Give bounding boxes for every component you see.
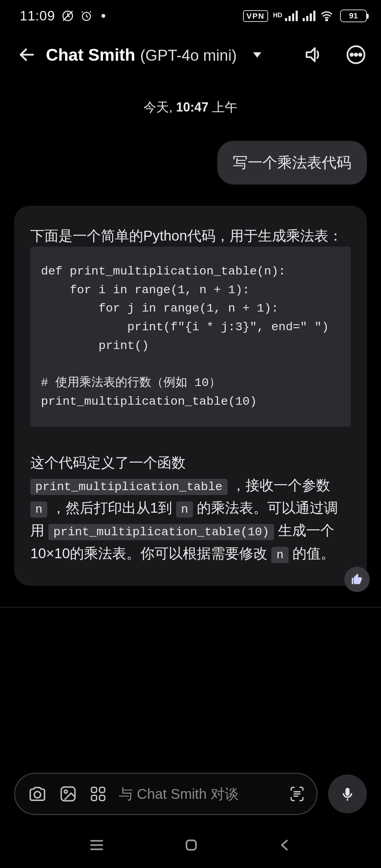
section-divider xyxy=(0,607,381,608)
wifi-icon xyxy=(320,11,333,21)
status-left: 11:09 xyxy=(20,8,108,24)
svg-rect-27 xyxy=(187,840,196,850)
svg-rect-16 xyxy=(99,787,105,792)
svg-rect-18 xyxy=(99,795,105,801)
scan-text-icon[interactable] xyxy=(288,785,306,803)
message-input[interactable]: 与 Chat Smith 对谈 xyxy=(14,773,318,815)
timestamp-day: 今天, xyxy=(144,100,173,114)
svg-marker-7 xyxy=(307,48,315,61)
timestamp-ampm: 上午 xyxy=(212,100,237,114)
voice-input-button[interactable] xyxy=(328,774,367,813)
thumbs-up-button[interactable] xyxy=(344,567,370,592)
mute-icon xyxy=(61,10,74,22)
status-time: 11:09 xyxy=(20,8,55,24)
chat-area: 今天, 10:47 上午 写一个乘法表代码 下面是一个简单的Python代码，用… xyxy=(0,78,381,586)
svg-point-3 xyxy=(102,14,105,18)
more-menu-icon[interactable] xyxy=(346,44,366,65)
conversation-timestamp: 今天, 10:47 上午 xyxy=(14,99,367,116)
model-dropdown-icon[interactable] xyxy=(250,48,264,62)
explain-text: 这个代码定义了一个函数 xyxy=(30,455,186,470)
svg-point-12 xyxy=(34,791,41,798)
svg-rect-13 xyxy=(61,787,75,801)
svg-rect-17 xyxy=(91,795,97,801)
svg-rect-22 xyxy=(345,788,350,796)
battery-level: 91 xyxy=(341,11,366,20)
back-button[interactable] xyxy=(18,46,36,64)
assistant-intro: 下面是一个简单的Python代码，用于生成乘法表： xyxy=(30,225,351,247)
status-right: VPN HD 91 xyxy=(243,10,367,22)
explain-text: 的值。 xyxy=(289,545,335,561)
inline-code: n xyxy=(176,501,193,518)
camera-icon[interactable] xyxy=(28,784,47,803)
svg-point-14 xyxy=(64,790,67,793)
speaker-icon[interactable] xyxy=(304,45,324,65)
code-block[interactable]: def print_multiplication_table(n): for i… xyxy=(30,247,351,427)
image-icon[interactable] xyxy=(59,785,77,803)
assistant-explanation: 这个代码定义了一个函数 print_multiplication_table ，… xyxy=(30,451,351,565)
explain-text: ，接收一个参数 xyxy=(228,477,330,493)
svg-point-11 xyxy=(359,54,362,56)
input-bar: 与 Chat Smith 对谈 xyxy=(0,773,381,815)
vpn-badge: VPN xyxy=(243,10,268,22)
system-nav-bar xyxy=(0,822,381,868)
app-header: Chat Smith (GPT-4o mini) xyxy=(0,32,381,78)
svg-point-4 xyxy=(326,19,328,21)
explain-text: ，然后打印出从1到 xyxy=(47,500,176,516)
signal-2-icon xyxy=(303,11,315,21)
status-bar: 11:09 VPN HD 91 xyxy=(0,0,381,32)
alarm-icon xyxy=(80,10,92,22)
apps-icon[interactable] xyxy=(89,785,107,803)
user-message-row: 写一个乘法表代码 xyxy=(14,141,367,185)
svg-rect-15 xyxy=(91,787,97,792)
home-button[interactable] xyxy=(183,837,199,853)
timestamp-time: 10:47 xyxy=(176,100,208,114)
assistant-message[interactable]: 下面是一个简单的Python代码，用于生成乘法表： def print_mult… xyxy=(14,206,367,586)
input-placeholder: 与 Chat Smith 对谈 xyxy=(119,784,276,804)
inline-code: print_multiplication_table(10) xyxy=(48,524,274,540)
svg-point-9 xyxy=(351,54,353,56)
signal-1-icon xyxy=(285,11,298,21)
inline-code: print_multiplication_table xyxy=(30,479,228,495)
inline-code: n xyxy=(30,501,47,518)
user-message[interactable]: 写一个乘法表代码 xyxy=(217,141,367,185)
assistant-message-row: 下面是一个简单的Python代码，用于生成乘法表： def print_mult… xyxy=(14,206,367,586)
back-nav-button[interactable] xyxy=(277,837,293,853)
inline-code: n xyxy=(271,547,288,563)
hd-label: HD xyxy=(273,12,282,19)
svg-marker-6 xyxy=(253,52,261,58)
page-title: Chat Smith xyxy=(46,45,135,65)
app-mini-icon xyxy=(99,11,108,20)
recent-apps-button[interactable] xyxy=(88,837,105,854)
header-title-group[interactable]: Chat Smith (GPT-4o mini) xyxy=(46,45,237,65)
battery-icon: 91 xyxy=(340,10,367,22)
svg-point-10 xyxy=(355,54,357,56)
page-subtitle: (GPT-4o mini) xyxy=(140,47,237,64)
